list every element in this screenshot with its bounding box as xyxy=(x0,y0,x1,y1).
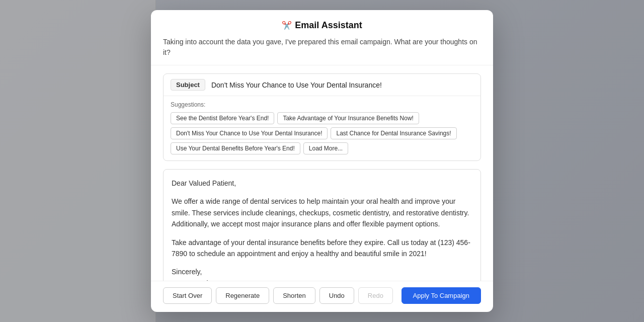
shorten-button[interactable]: Shorten xyxy=(273,287,315,304)
email-body-box[interactable]: Dear Valued Patient, We offer a wide ran… xyxy=(163,169,481,281)
modal-body: Subject Don't Miss Your Chance to Use Yo… xyxy=(151,65,493,281)
modal-subtitle: Taking into account the data you gave, I… xyxy=(163,37,481,58)
email-paragraph2: Take advantage of your dental insurance … xyxy=(172,237,472,260)
redo-button: Redo xyxy=(358,287,393,304)
modal-header: ✂️ Email Assistant Taking into account t… xyxy=(151,10,493,65)
suggestion-chip-1[interactable]: See the Dentist Before Year's End! xyxy=(171,112,274,124)
start-over-button[interactable]: Start Over xyxy=(163,287,212,304)
subject-row: Subject Don't Miss Your Chance to Use Yo… xyxy=(164,74,480,96)
subject-label: Subject xyxy=(171,79,205,91)
apply-to-campaign-button[interactable]: Apply To Campaign xyxy=(401,287,481,304)
modal-title: ✂️ Email Assistant xyxy=(163,20,481,31)
suggestions-chips: See the Dentist Before Year's End! Take … xyxy=(171,112,473,154)
suggestion-chip-2[interactable]: Take Advantage of Your Insurance Benefit… xyxy=(277,112,419,124)
suggestion-chip-5[interactable]: Use Your Dental Benefits Before Year's E… xyxy=(171,142,300,154)
email-assistant-modal: ✂️ Email Assistant Taking into account t… xyxy=(151,10,493,312)
email-greeting: Dear Valued Patient, xyxy=(172,178,472,189)
undo-button[interactable]: Undo xyxy=(319,287,354,304)
modal-footer: Start Over Regenerate Shorten Undo Redo … xyxy=(151,281,493,312)
suggestions-area: Suggestions: See the Dentist Before Year… xyxy=(164,96,480,160)
email-paragraph1: We offer a wide range of dental services… xyxy=(172,196,472,229)
subject-value[interactable]: Don't Miss Your Chance to Use Your Denta… xyxy=(211,81,473,89)
subject-box: Subject Don't Miss Your Chance to Use Yo… xyxy=(163,73,481,161)
suggestion-chip-3[interactable]: Don't Miss Your Chance to Use Your Denta… xyxy=(171,127,328,139)
suggestion-chip-4[interactable]: Last Chance for Dental Insurance Savings… xyxy=(331,127,456,139)
regenerate-button[interactable]: Regenerate xyxy=(216,287,269,304)
wand-icon: ✂️ xyxy=(282,21,292,30)
load-more-chip[interactable]: Load More... xyxy=(303,142,348,154)
suggestions-label: Suggestions: xyxy=(171,101,473,108)
email-closing: Sincerely, Your Dental Team xyxy=(172,266,472,281)
